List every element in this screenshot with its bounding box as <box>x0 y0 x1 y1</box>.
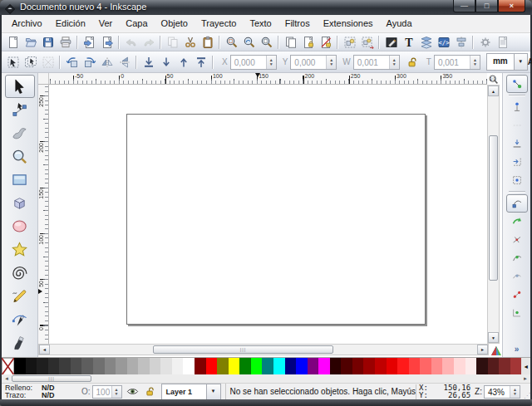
select-all-button[interactable] <box>4 54 22 71</box>
snap-nodes-button[interactable] <box>506 194 528 213</box>
palette-swatch[interactable] <box>318 358 330 374</box>
palette-swatch[interactable] <box>454 358 466 374</box>
minimize-button[interactable]: — <box>453 0 475 12</box>
import-button[interactable] <box>81 34 98 51</box>
snap-bbox-button[interactable] <box>506 98 528 116</box>
snap-cusp-nodes-button[interactable] <box>506 249 528 267</box>
group-button[interactable] <box>341 34 358 51</box>
height-input[interactable]: 0,001▲▼ <box>434 55 480 70</box>
palette-more-arrow-icon[interactable]: ◄ <box>521 358 530 374</box>
lock-ratio-icon[interactable] <box>404 54 421 71</box>
tweak-tool-button[interactable] <box>5 121 35 144</box>
zoom-tool-button[interactable] <box>5 144 35 168</box>
xml-editor-button[interactable]: </> <box>435 34 452 51</box>
titlebar[interactable]: Documento nuevo 4 - Inkscape —□× <box>0 0 532 15</box>
snap-enable-button[interactable] <box>506 75 528 93</box>
layer-select[interactable]: Layer 1 ▼ <box>161 384 221 400</box>
palette-swatch[interactable] <box>14 358 26 374</box>
print-document-button[interactable] <box>57 34 74 51</box>
fill-stroke-indicator[interactable]: Relleno:N/D Trazo:N/D <box>2 384 78 399</box>
menu-trayecto[interactable]: Trayecto <box>195 15 243 32</box>
rotate-cw-button[interactable] <box>81 54 98 71</box>
horizontal-ruler[interactable]: -50050100150200250300350 <box>49 73 487 85</box>
palette-swatch[interactable] <box>150 358 161 374</box>
palette-scroll-left-icon[interactable]: ◄ <box>2 376 12 381</box>
sticky-zoom-button[interactable]: 1:1 <box>486 73 500 85</box>
palette-swatch[interactable] <box>71 358 82 374</box>
menu-edicion[interactable]: Edición <box>49 15 92 32</box>
palette-swatch[interactable] <box>466 358 477 374</box>
selector-tool-button[interactable] <box>5 75 35 98</box>
node-tool-button[interactable] <box>5 98 35 121</box>
palette-swatch[interactable] <box>48 358 60 374</box>
palette-scrollbar-thumb[interactable]: ||| <box>12 375 91 382</box>
palette-swatch[interactable] <box>363 358 375 374</box>
palette-swatch[interactable] <box>229 358 240 374</box>
menu-ver[interactable]: Ver <box>92 15 120 32</box>
palette-swatch[interactable] <box>93 358 105 374</box>
flip-vertical-button[interactable] <box>116 54 133 71</box>
duplicate-button[interactable] <box>282 34 299 51</box>
palette-swatch[interactable] <box>127 358 139 374</box>
palette-swatch[interactable] <box>409 358 421 374</box>
palette-swatch[interactable] <box>387 358 398 374</box>
vertical-scrollbar-thumb[interactable] <box>489 135 498 281</box>
palette-swatch[interactable] <box>206 358 218 374</box>
palette-swatch[interactable] <box>510 358 522 374</box>
menu-ayuda[interactable]: Ayuda <box>380 15 419 32</box>
palette-swatch[interactable] <box>59 358 71 374</box>
palette-swatch[interactable] <box>476 358 488 374</box>
x-spin-arrows[interactable]: ▲▼ <box>266 56 276 69</box>
palette-swatch[interactable] <box>285 358 297 374</box>
palette-swatch[interactable] <box>138 358 150 374</box>
palette-swatch[interactable] <box>217 358 229 374</box>
close-button[interactable]: × <box>498 0 525 12</box>
palette-swatch[interactable] <box>330 358 342 374</box>
palette-swatch[interactable] <box>172 358 184 374</box>
star-tool-button[interactable] <box>5 237 35 261</box>
pen-tool-button[interactable] <box>5 307 35 330</box>
open-document-button[interactable] <box>22 34 39 51</box>
raise-to-top-button[interactable] <box>192 54 209 71</box>
palette-swatch[interactable] <box>488 358 500 374</box>
x-input[interactable]: 0,000▲▼ <box>230 55 277 70</box>
menu-extensiones[interactable]: Extensiones <box>317 15 380 32</box>
pencil-tool-button[interactable] <box>5 284 35 307</box>
save-document-button[interactable] <box>39 34 57 51</box>
cut-button[interactable] <box>181 34 199 51</box>
palette-scrollbar[interactable]: ◄ ||| ► <box>2 374 530 383</box>
menu-texto[interactable]: Texto <box>243 15 278 32</box>
palette-swatch[interactable] <box>273 358 285 374</box>
snap-bbox-corners-button[interactable] <box>506 135 528 153</box>
deselect-button[interactable] <box>39 54 57 71</box>
flip-horizontal-button[interactable] <box>98 54 116 71</box>
snap-paths-button[interactable] <box>506 213 528 231</box>
select-all-layers-button[interactable] <box>22 54 39 71</box>
redo-button[interactable] <box>140 34 157 51</box>
palette-swatch[interactable] <box>341 358 352 374</box>
vertical-scrollbar[interactable]: ▲ ▼ <box>487 85 500 344</box>
snap-intersections-button[interactable] <box>506 231 528 249</box>
snap-smooth-nodes-button[interactable] <box>506 267 528 286</box>
palette-swatch[interactable] <box>431 358 443 374</box>
palette-swatch[interactable] <box>37 358 48 374</box>
inkscape-preferences-button[interactable] <box>476 34 494 51</box>
palette-swatch[interactable] <box>308 358 319 374</box>
rectangle-tool-button[interactable] <box>5 168 35 191</box>
palette-swatch[interactable] <box>81 358 93 374</box>
zoom-selection-button[interactable] <box>223 34 240 51</box>
palette-swatch[interactable] <box>352 358 364 374</box>
zoom-page-button[interactable] <box>258 34 275 51</box>
new-document-button[interactable] <box>4 34 22 51</box>
scroll-up-arrow-icon[interactable]: ▲ <box>488 86 499 96</box>
align-dialog-button[interactable] <box>452 34 470 51</box>
snap-centers-button[interactable] <box>506 304 528 322</box>
raise-button[interactable] <box>175 54 192 71</box>
scroll-right-arrow-icon[interactable]: ► <box>477 345 488 355</box>
layer-visibility-eye-icon[interactable] <box>126 385 140 399</box>
paste-button[interactable] <box>199 34 216 51</box>
page[interactable] <box>126 114 426 325</box>
zoom-spin-arrows[interactable]: ▲▼ <box>510 386 520 398</box>
create-clone-button[interactable] <box>299 34 317 51</box>
lower-to-bottom-button[interactable] <box>140 54 157 71</box>
